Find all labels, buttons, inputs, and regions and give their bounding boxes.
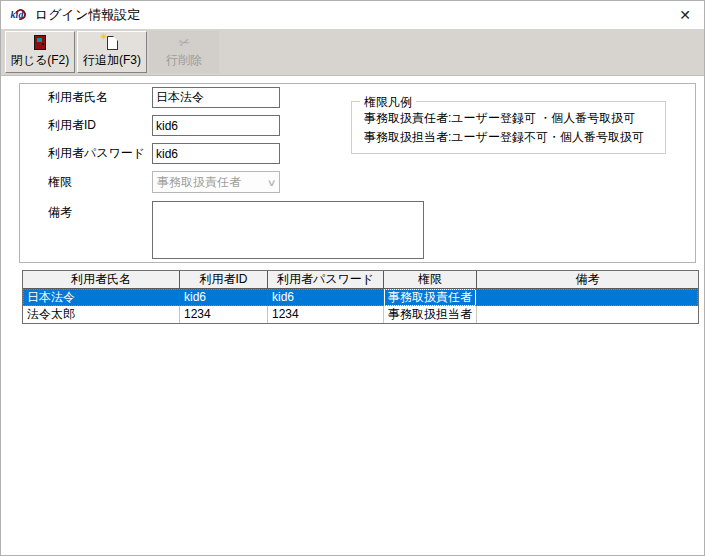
cell-user-password[interactable]: 1234 <box>268 306 384 323</box>
delete-row-label: 行削除 <box>166 52 202 69</box>
cell-remarks[interactable] <box>477 306 698 323</box>
remarks-textarea[interactable] <box>152 201 424 259</box>
login-info-window: kid ログイン情報設定 ✕ 閉じる(F2) 行追加(F3) ✂ 行削除 利用者… <box>0 0 705 556</box>
user-id-input[interactable] <box>152 115 280 136</box>
permission-label: 権限 <box>48 174 152 191</box>
table-header-row: 利用者氏名 利用者ID 利用者パスワード 権限 備考 <box>23 271 698 289</box>
user-name-input[interactable] <box>152 87 280 108</box>
main-area: 利用者氏名 利用者ID 利用者パスワード 権限 事務取扱責任者 ∨ 備考 <box>1 76 704 555</box>
header-user-id: 利用者ID <box>180 271 268 288</box>
user-name-row: 利用者氏名 <box>48 87 280 108</box>
close-form-label: 閉じる(F2) <box>11 52 70 69</box>
door-icon <box>34 35 46 50</box>
close-icon[interactable]: ✕ <box>674 4 696 26</box>
header-user-password: 利用者パスワード <box>268 271 384 288</box>
new-page-icon <box>107 36 118 50</box>
permission-legend-title: 権限凡例 <box>360 94 416 111</box>
cell-user-name[interactable]: 日本法令 <box>23 289 180 306</box>
window-title: ログイン情報設定 <box>35 6 140 24</box>
close-form-button[interactable]: 閉じる(F2) <box>5 31 75 73</box>
chevron-down-icon: ∨ <box>266 177 276 188</box>
user-name-label: 利用者氏名 <box>48 89 152 106</box>
cell-user-id[interactable]: 1234 <box>180 306 268 323</box>
add-row-label: 行追加(F3) <box>83 52 141 69</box>
delete-row-button[interactable]: ✂ 行削除 <box>149 31 219 73</box>
remarks-row: 備考 <box>48 201 424 259</box>
header-permission: 権限 <box>384 271 477 288</box>
cell-user-id[interactable]: kid6 <box>180 289 268 306</box>
legend-line-2: 事務取扱担当者:ユーザー登録不可・個人番号取扱可 <box>364 128 665 147</box>
header-remarks: 備考 <box>477 271 698 288</box>
cell-permission[interactable]: 事務取扱担当者 <box>384 306 477 323</box>
user-password-input[interactable] <box>152 143 280 164</box>
cell-remarks[interactable] <box>477 289 698 306</box>
permission-value: 事務取扱責任者 <box>157 174 241 191</box>
app-icon: kid <box>7 7 27 23</box>
user-password-row: 利用者パスワード <box>48 143 280 164</box>
table-row[interactable]: 法令太郎 1234 1234 事務取扱担当者 <box>23 306 698 323</box>
title-bar: kid ログイン情報設定 ✕ <box>1 1 704 30</box>
form-panel: 利用者氏名 利用者ID 利用者パスワード 権限 事務取扱責任者 ∨ 備考 <box>19 83 696 263</box>
user-password-label: 利用者パスワード <box>48 145 152 162</box>
add-row-button[interactable]: 行追加(F3) <box>77 31 147 73</box>
users-table: 利用者氏名 利用者ID 利用者パスワード 権限 備考 日本法令 kid6 kid… <box>22 270 699 324</box>
header-user-name: 利用者氏名 <box>23 271 180 288</box>
permission-legend-groupbox: 権限凡例 事務取扱責任者:ユーザー登録可 ・個人番号取扱可 事務取扱担当者:ユー… <box>351 101 666 154</box>
permission-select[interactable]: 事務取扱責任者 ∨ <box>152 171 280 193</box>
toolbar: 閉じる(F2) 行追加(F3) ✂ 行削除 <box>1 29 704 76</box>
cell-user-password[interactable]: kid6 <box>268 289 384 306</box>
permission-row: 権限 事務取扱責任者 ∨ <box>48 171 280 193</box>
delete-row-icon: ✂ <box>177 35 191 50</box>
cell-user-name[interactable]: 法令太郎 <box>23 306 180 323</box>
user-id-label: 利用者ID <box>48 117 152 134</box>
table-row[interactable]: 日本法令 kid6 kid6 事務取扱責任者 <box>23 289 698 306</box>
cell-permission[interactable]: 事務取扱責任者 <box>384 289 477 306</box>
legend-line-1: 事務取扱責任者:ユーザー登録可 ・個人番号取扱可 <box>364 109 665 128</box>
user-id-row: 利用者ID <box>48 115 280 136</box>
remarks-label: 備考 <box>48 204 152 221</box>
